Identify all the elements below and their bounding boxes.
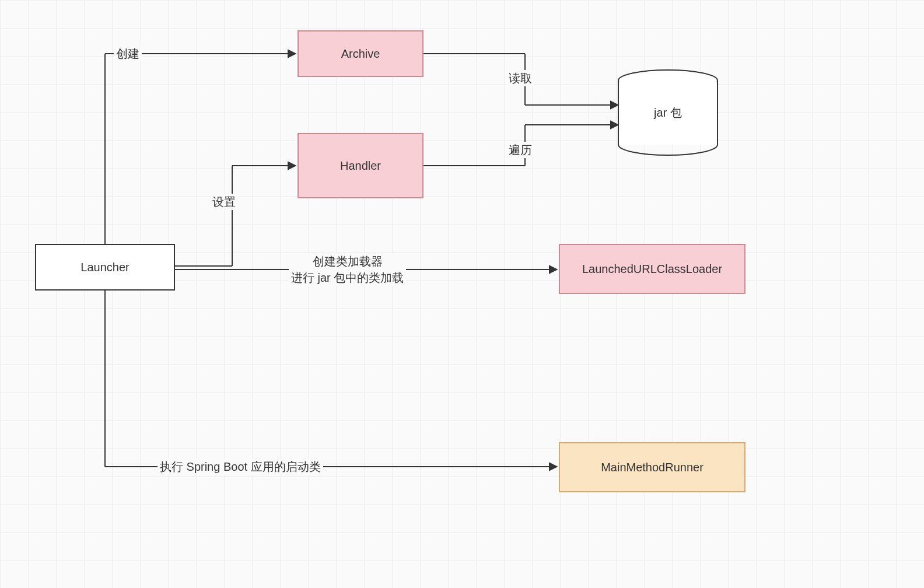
node-launcher-label: Launcher xyxy=(80,261,129,274)
node-archive: Archive xyxy=(298,30,424,77)
node-handler: Handler xyxy=(298,133,424,198)
grid-background xyxy=(0,0,924,588)
label-runner: 执行 Spring Boot 应用的启动类 xyxy=(158,459,323,475)
label-classloader: 创建类加载器 进行 jar 包中的类加载 xyxy=(289,253,406,286)
node-runner-label: MainMethodRunner xyxy=(601,461,704,474)
node-jar-label: jar 包 xyxy=(654,105,682,121)
label-create: 创建 xyxy=(114,46,142,62)
label-read: 读取 xyxy=(506,70,534,86)
node-jar: jar 包 xyxy=(618,80,718,145)
label-set: 设置 xyxy=(210,194,238,210)
node-classloader: LaunchedURLClassLoader xyxy=(559,244,746,294)
label-traverse: 遍历 xyxy=(506,142,534,158)
node-archive-label: Archive xyxy=(341,47,380,61)
node-classloader-label: LaunchedURLClassLoader xyxy=(582,262,722,276)
node-runner: MainMethodRunner xyxy=(559,442,746,492)
node-handler-label: Handler xyxy=(340,159,381,173)
node-launcher: Launcher xyxy=(35,244,175,290)
